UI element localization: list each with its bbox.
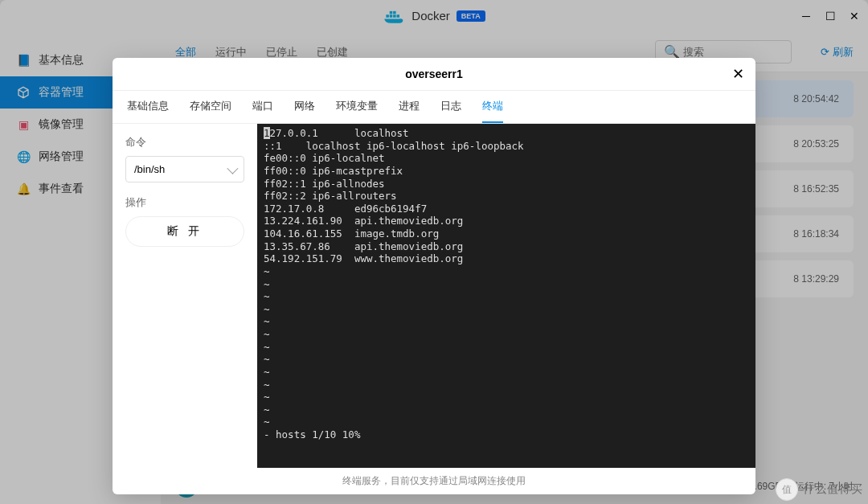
modal-header: overseerr1 ✕ — [113, 58, 755, 91]
modal-footer-note: 终端服务，目前仅支持通过局域网连接使用 — [113, 468, 755, 494]
tab-basic[interactable]: 基础信息 — [127, 99, 169, 123]
container-detail-modal: overseerr1 ✕ 基础信息 存储空间 端口 网络 环境变量 进程 日志 … — [113, 58, 755, 494]
tab-logs[interactable]: 日志 — [440, 99, 461, 123]
command-label: 命令 — [125, 135, 244, 150]
watermark: 值 什么值得买 — [776, 478, 863, 501]
modal-body: 命令 /bin/sh 操作 断 开 127.0.0.1 localhost::1… — [113, 124, 755, 468]
modal-tabs: 基础信息 存储空间 端口 网络 环境变量 进程 日志 终端 — [113, 91, 755, 124]
tab-process[interactable]: 进程 — [399, 99, 420, 123]
command-value: /bin/sh — [134, 163, 165, 175]
action-label: 操作 — [125, 195, 244, 210]
modal-backdrop: overseerr1 ✕ 基础信息 存储空间 端口 网络 环境变量 进程 日志 … — [0, 0, 868, 504]
tab-terminal[interactable]: 终端 — [482, 99, 503, 123]
disconnect-button[interactable]: 断 开 — [125, 216, 244, 247]
modal-close-button[interactable]: ✕ — [732, 65, 744, 83]
watermark-text: 什么值得买 — [803, 482, 863, 497]
tab-storage[interactable]: 存储空间 — [190, 99, 231, 123]
terminal-sidebar: 命令 /bin/sh 操作 断 开 — [113, 124, 257, 468]
tab-network[interactable]: 网络 — [294, 99, 315, 123]
watermark-badge-icon: 值 — [776, 478, 798, 501]
terminal-output[interactable]: 127.0.0.1 localhost::1 localhost ip6-loc… — [257, 124, 755, 468]
tab-env[interactable]: 环境变量 — [336, 99, 378, 123]
chevron-down-icon — [227, 162, 238, 174]
tab-ports[interactable]: 端口 — [252, 99, 273, 123]
command-select[interactable]: /bin/sh — [125, 156, 244, 182]
modal-title: overseerr1 — [405, 68, 463, 80]
